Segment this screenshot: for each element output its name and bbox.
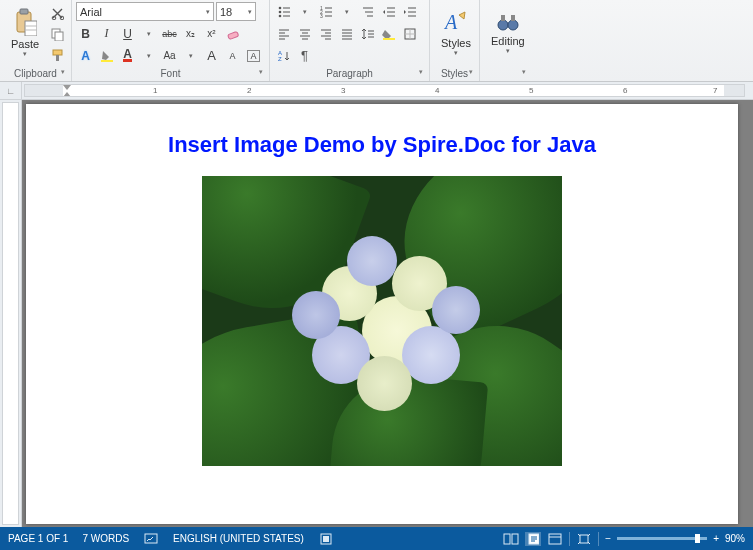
ruler-scale[interactable]: 1 2 3 4 5 6 7 xyxy=(24,84,745,97)
text-effects-icon: A xyxy=(81,49,90,63)
numbering-button[interactable]: 123 xyxy=(316,2,335,21)
borders-button[interactable] xyxy=(400,24,419,43)
proofing-icon[interactable] xyxy=(143,532,159,546)
svg-point-11 xyxy=(278,6,281,9)
group-editing: Editing ▾ xyxy=(480,0,532,81)
align-right-button[interactable] xyxy=(316,24,335,43)
font-family-combo[interactable]: Arial▾ xyxy=(76,2,214,21)
decrease-indent-button[interactable] xyxy=(379,2,398,21)
svg-rect-30 xyxy=(512,534,518,544)
strikethrough-button[interactable]: abc xyxy=(160,24,179,43)
borders-icon xyxy=(403,27,417,41)
zoom-value[interactable]: 90% xyxy=(725,533,745,544)
copy-button[interactable] xyxy=(48,25,67,44)
justify-button[interactable] xyxy=(337,24,356,43)
shrink-font-button[interactable]: A xyxy=(223,46,242,65)
show-marks-button[interactable]: ¶ xyxy=(295,46,314,65)
read-mode-button[interactable] xyxy=(503,532,519,546)
ruler-horizontal: ∟ 1 2 3 4 5 6 7 xyxy=(0,82,753,100)
page: Insert Image Demo by Spire.Doc for Java xyxy=(26,104,738,524)
paste-label: Paste xyxy=(11,38,39,50)
binoculars-icon xyxy=(497,11,519,33)
cut-button[interactable] xyxy=(48,4,67,23)
font-size-combo[interactable]: 18▾ xyxy=(216,2,256,21)
group-label-paragraph: Paragraph xyxy=(274,67,425,81)
svg-rect-17 xyxy=(383,38,395,40)
sort-icon: AZ xyxy=(277,49,291,63)
status-page[interactable]: PAGE 1 OF 1 xyxy=(8,533,68,544)
svg-rect-1 xyxy=(20,9,28,14)
status-language[interactable]: ENGLISH (UNITED STATES) xyxy=(173,533,304,544)
svg-rect-24 xyxy=(501,15,505,21)
svg-point-23 xyxy=(508,20,518,30)
align-left-button[interactable] xyxy=(274,24,293,43)
svg-rect-9 xyxy=(227,31,238,39)
increase-indent-button[interactable] xyxy=(400,2,419,21)
ruler-vertical[interactable] xyxy=(0,100,22,527)
paste-icon xyxy=(13,8,37,36)
status-words[interactable]: 7 WORDS xyxy=(82,533,129,544)
multilevel-list-button[interactable] xyxy=(358,2,377,21)
group-styles: A Styles ▾ Styles xyxy=(430,0,480,81)
svg-point-12 xyxy=(278,10,281,13)
editing-button[interactable]: Editing ▾ xyxy=(484,2,532,64)
superscript-button[interactable]: x² xyxy=(202,24,221,43)
numbering-icon: 123 xyxy=(319,5,333,19)
zoom-slider[interactable] xyxy=(617,537,707,540)
font-color-button[interactable]: A xyxy=(118,46,137,65)
group-label-editing xyxy=(484,67,528,81)
copy-icon xyxy=(51,28,64,41)
align-center-icon xyxy=(298,27,312,41)
ribbon: Paste ▾ Clipboard Arial▾ 18▾ B I U ▾ abc xyxy=(0,0,753,82)
font-size-value: 18 xyxy=(220,6,232,18)
underline-button[interactable]: U xyxy=(118,24,137,43)
paste-button[interactable]: Paste ▾ xyxy=(4,2,46,64)
subscript-button[interactable]: x₂ xyxy=(181,24,200,43)
eraser-icon xyxy=(226,27,240,41)
cut-icon xyxy=(51,7,64,20)
editing-label: Editing xyxy=(491,35,525,47)
group-label-styles: Styles xyxy=(434,67,475,81)
svg-rect-28 xyxy=(323,536,329,542)
styles-button[interactable]: A Styles ▾ xyxy=(434,2,478,64)
shading-button[interactable] xyxy=(379,24,398,43)
line-spacing-button[interactable] xyxy=(358,24,377,43)
svg-rect-29 xyxy=(504,534,510,544)
highlight-button[interactable] xyxy=(97,46,116,65)
sort-button[interactable]: AZ xyxy=(274,46,293,65)
macro-icon[interactable] xyxy=(318,532,334,546)
align-center-button[interactable] xyxy=(295,24,314,43)
group-font: Arial▾ 18▾ B I U ▾ abc x₂ x² A A ▾ Aa ▾ … xyxy=(72,0,270,81)
char-border-icon: A xyxy=(247,50,259,62)
zoom-in-button[interactable]: + xyxy=(713,533,719,544)
align-right-icon xyxy=(319,27,333,41)
pilcrow-icon: ¶ xyxy=(301,48,308,63)
bold-button[interactable]: B xyxy=(76,24,95,43)
grow-font-button[interactable]: A xyxy=(202,46,221,65)
styles-label: Styles xyxy=(441,37,471,49)
svg-point-13 xyxy=(278,14,281,17)
justify-icon xyxy=(340,27,354,41)
svg-rect-8 xyxy=(56,55,59,61)
svg-rect-6 xyxy=(55,32,63,41)
svg-rect-32 xyxy=(549,534,561,544)
italic-button[interactable]: I xyxy=(97,24,116,43)
font-family-value: Arial xyxy=(80,6,102,18)
ruler-corner: ∟ xyxy=(0,82,22,99)
clear-formatting-button[interactable] xyxy=(223,24,242,43)
web-layout-button[interactable] xyxy=(547,532,563,546)
zoom-fit-button[interactable] xyxy=(576,532,592,546)
group-label-font: Font xyxy=(76,67,265,81)
bullets-button[interactable] xyxy=(274,2,293,21)
document-canvas[interactable]: Insert Image Demo by Spire.Doc for Java xyxy=(22,100,753,527)
format-painter-button[interactable] xyxy=(48,46,67,65)
outdent-icon xyxy=(382,5,396,19)
char-border-button[interactable]: A xyxy=(244,46,263,65)
zoom-out-button[interactable]: − xyxy=(605,533,611,544)
bucket-icon xyxy=(382,27,396,41)
svg-rect-33 xyxy=(580,535,588,543)
multilevel-icon xyxy=(361,5,375,19)
change-case-button[interactable]: Aa xyxy=(160,46,179,65)
text-effects-button[interactable]: A xyxy=(76,46,95,65)
print-layout-button[interactable] xyxy=(525,532,541,546)
